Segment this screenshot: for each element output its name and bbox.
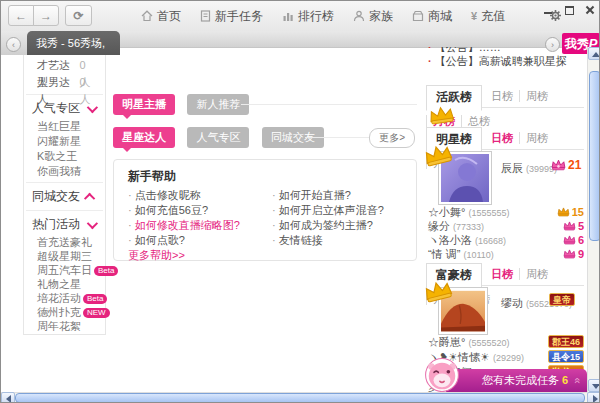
star-rank-row[interactable]: ヽ洛小洛 (16668) 6 <box>428 233 584 247</box>
announcement-item[interactable]: 【公告】高薪诚聘兼职星探 <box>428 54 584 68</box>
count: (16668) <box>475 236 506 246</box>
window-controls <box>542 3 597 17</box>
section-title: 人气专区 <box>32 100 80 117</box>
name: ヽ洛小洛 <box>428 234 472 246</box>
star-rank-row[interactable]: ☆小舞° (1555555) 15 <box>428 205 584 219</box>
level-number: 15 <box>572 205 584 219</box>
count: (1555555) <box>468 208 509 218</box>
channel-row-1: 明星主播 新人推荐 <box>113 94 417 114</box>
horizontal-scroll-thumb[interactable] <box>15 393 585 403</box>
browser-tab[interactable]: 我秀 - 56秀场, <box>27 31 120 55</box>
sidebar-item[interactable]: 周五汽车日Beta <box>24 263 105 277</box>
sidebar-item[interactable]: 闪耀新星 <box>24 134 105 149</box>
nav-leaderboard[interactable]: 排行榜 <box>282 8 334 25</box>
rank-icon <box>282 10 294 22</box>
new-badge: NEW <box>83 308 110 318</box>
tab-weekly[interactable]: 周榜 <box>519 90 554 102</box>
help-link[interactable]: 如何点歌? <box>128 233 268 248</box>
help-link[interactable]: 如何充值56豆? <box>128 203 268 218</box>
rich-rank-row[interactable]: ☆爵崽° (5555520) 郡王46 <box>428 335 584 349</box>
mall-icon <box>412 10 424 22</box>
notification-text: 您有未完成任务 <box>482 374 559 386</box>
sidebar-section-city-friends[interactable]: 同城交友 <box>24 186 105 207</box>
count: (77333) <box>453 222 484 232</box>
level-number: 9 <box>578 247 584 261</box>
minimize-icon[interactable] <box>542 5 555 16</box>
task-notification-bar[interactable]: 您有未完成任务6« <box>446 369 587 392</box>
sidebar-item[interactable]: 超级星期三 <box>24 249 105 263</box>
announcement-item-clipped[interactable]: 【公告】…… <box>428 47 584 54</box>
star-rank-row[interactable]: “情 调” (10110) 9 <box>428 247 584 261</box>
refresh-icon[interactable]: ⟳ <box>65 5 92 26</box>
nav-leaderboard-label: 排行榜 <box>298 8 334 25</box>
sidebar-item[interactable]: 当红巨星 <box>24 119 105 134</box>
tab-zodiac[interactable]: 星座达人 <box>113 127 175 148</box>
help-link[interactable]: 如何成为签约主播? <box>272 218 412 233</box>
help-link[interactable]: 点击修改昵称 <box>128 188 268 203</box>
sidebar-item[interactable]: 首充送豪礼 <box>24 235 105 249</box>
chevron-up-icon <box>84 192 95 203</box>
rank-badge: 县令15 <box>548 350 584 363</box>
tab-weekly[interactable]: 周榜 <box>519 132 554 144</box>
vertical-scroll-thumb[interactable] <box>589 71 600 241</box>
scroll-down-icon[interactable] <box>588 379 600 392</box>
sidebar-item[interactable]: 周年花絮 <box>24 319 105 333</box>
sidebar-item[interactable]: 德州扑克NEW <box>24 305 105 319</box>
maximize-icon[interactable] <box>563 5 576 16</box>
sidebar-section-popular[interactable]: 人气专区 <box>24 98 105 119</box>
close-icon[interactable] <box>584 5 597 16</box>
label: 培花活动 <box>37 292 81 304</box>
nav-family[interactable]: 家族 <box>353 8 393 25</box>
tab-daily[interactable]: 日榜 <box>485 132 519 144</box>
sidebar-section-hot-events[interactable]: 热门活动 <box>24 214 105 235</box>
scroll-left-icon[interactable] <box>1 392 15 403</box>
count: 0人 <box>79 57 96 74</box>
level-crown-icon <box>551 159 566 171</box>
help-link[interactable]: 友情链接 <box>272 233 412 248</box>
tab-popular-zone[interactable]: 人气专区 <box>187 127 249 148</box>
vertical-scrollbar[interactable] <box>587 47 600 392</box>
more-button[interactable]: 更多> <box>369 128 415 148</box>
sidebar-item-hunk[interactable]: 型男达人0人 <box>24 74 105 91</box>
forward-icon[interactable]: → <box>33 5 59 26</box>
horizontal-scrollbar[interactable] <box>1 392 600 403</box>
sidebar-item[interactable]: 你画我猜 <box>24 164 105 179</box>
sidebar-item-talent[interactable]: 才艺达人0人 <box>24 57 105 74</box>
scroll-right-icon[interactable] <box>587 392 600 403</box>
sidebar-item[interactable]: 培花活动Beta <box>24 291 105 305</box>
tab-prev-icon[interactable]: ‹ <box>6 37 21 52</box>
sidebar-item[interactable]: 礼物之星 <box>24 277 105 291</box>
level-number: 6 <box>578 233 584 247</box>
name: 辰辰 <box>501 162 523 174</box>
nav-recharge-label: 充值 <box>481 8 505 25</box>
tab-star-anchors[interactable]: 明星主播 <box>113 94 175 115</box>
name: ☆爵崽° <box>428 336 465 348</box>
scroll-up-icon[interactable] <box>588 47 600 60</box>
label: 型男达人 <box>37 74 79 91</box>
help-link[interactable]: 如何开启立体声混音? <box>272 203 412 218</box>
help-link[interactable]: 如何开始直播? <box>272 188 412 203</box>
tab-daily[interactable]: 日榜 <box>485 90 519 102</box>
tab-daily[interactable]: 日榜 <box>485 268 519 280</box>
nav-mall[interactable]: 商城 <box>412 8 452 25</box>
name: “情 调” <box>428 248 460 260</box>
count: 0人 <box>79 74 96 91</box>
nav-home[interactable]: 首页 <box>141 8 181 25</box>
name: 缘分 <box>428 220 450 232</box>
star-rank-featured-name[interactable]: 辰辰 (39999) <box>501 161 557 176</box>
sidebar-item[interactable]: K歌之王 <box>24 149 105 164</box>
rich-rank-featured-badge: 皇帝 <box>549 293 575 306</box>
help-link-highlight[interactable]: 如何修改直播缩略图? <box>128 218 268 233</box>
more-help-link[interactable]: 更多帮助>> <box>128 248 185 263</box>
star-rank-row[interactable]: 缘分 (77333) 5 <box>428 219 584 233</box>
tab-weekly[interactable]: 周榜 <box>519 268 554 280</box>
logo-text: 我秀 <box>565 37 589 51</box>
collapse-icon[interactable]: « <box>566 377 589 383</box>
back-icon[interactable]: ← <box>8 5 34 26</box>
tab-total[interactable]: 总榜 <box>461 115 496 127</box>
nav-recharge[interactable]: ¥ 充值 <box>471 8 505 25</box>
tab-next-icon[interactable]: › <box>545 37 560 52</box>
name: 缪动 <box>501 297 523 309</box>
nav-newbie-tasks[interactable]: 新手任务 <box>200 8 263 25</box>
rank-badge: 郡王46 <box>548 335 584 348</box>
